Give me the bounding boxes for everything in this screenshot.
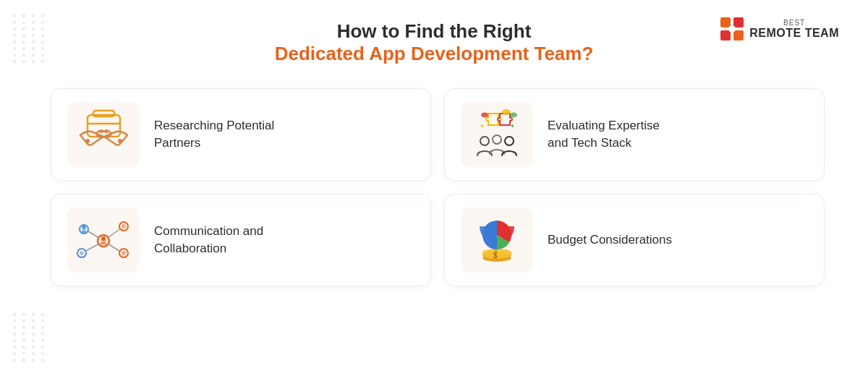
card-researching-text: Researching PotentialPartners xyxy=(154,117,274,152)
svg-rect-1 xyxy=(733,17,744,27)
decorative-dots-bottom-left xyxy=(13,313,47,362)
logo-remote-team-label: REMOTE TEAM xyxy=(749,27,839,40)
svg-point-11 xyxy=(510,112,517,117)
cards-grid: Researching PotentialPartners xyxy=(0,88,868,286)
logo: BEST REMOTE TEAM xyxy=(719,16,839,42)
svg-point-23 xyxy=(122,224,126,228)
budget-icon: $ xyxy=(467,213,528,268)
svg-point-25 xyxy=(80,251,84,255)
logo-best-label: BEST xyxy=(749,19,839,27)
handshake-icon xyxy=(73,108,135,162)
svg-line-28 xyxy=(88,231,99,238)
svg-rect-4 xyxy=(729,26,735,32)
svg-point-10 xyxy=(502,109,511,115)
card-researching: Researching PotentialPartners xyxy=(51,88,431,181)
page-header: How to Find the Right Dedicated App Deve… xyxy=(0,0,868,81)
svg-text:✦: ✦ xyxy=(480,123,485,129)
card-budget: $ xyxy=(444,194,825,286)
card-communication: Communication andCollaboration xyxy=(51,194,431,286)
card-communication-text: Communication andCollaboration xyxy=(154,223,263,257)
svg-line-31 xyxy=(108,244,119,251)
svg-rect-0 xyxy=(720,17,731,27)
card-evaluating-text: Evaluating Expertiseand Tech Stack xyxy=(548,117,660,152)
svg-line-29 xyxy=(108,229,119,238)
card-budget-text: Budget Considerations xyxy=(548,231,672,249)
svg-point-13 xyxy=(480,137,489,145)
svg-rect-2 xyxy=(720,30,731,40)
card-evaluating: ✦ ✦ Evaluating Expertiseand Tech Stack xyxy=(444,88,825,181)
budget-icon-wrapper: $ xyxy=(461,208,533,273)
title-line2: Dedicated App Development Team? xyxy=(0,43,868,65)
team-expertise-icon: ✦ ✦ xyxy=(467,108,528,162)
svg-point-27 xyxy=(122,251,126,255)
svg-point-12 xyxy=(481,112,488,117)
svg-rect-6 xyxy=(88,115,120,137)
logo-text: BEST REMOTE TEAM xyxy=(749,19,839,40)
svg-text:$: $ xyxy=(493,252,498,260)
svg-rect-3 xyxy=(733,30,744,40)
svg-point-9 xyxy=(118,139,122,143)
collaboration-icon xyxy=(73,213,135,268)
svg-point-8 xyxy=(85,139,90,143)
svg-point-32 xyxy=(82,225,85,228)
svg-text:✦: ✦ xyxy=(510,123,515,129)
evaluating-icon-wrapper: ✦ ✦ xyxy=(461,102,533,167)
svg-line-30 xyxy=(86,244,99,251)
communication-icon-wrapper xyxy=(67,208,140,273)
researching-icon-wrapper xyxy=(67,102,140,167)
svg-point-33 xyxy=(101,236,106,241)
logo-icon xyxy=(719,16,745,42)
svg-point-14 xyxy=(493,135,501,144)
svg-point-15 xyxy=(505,137,514,145)
